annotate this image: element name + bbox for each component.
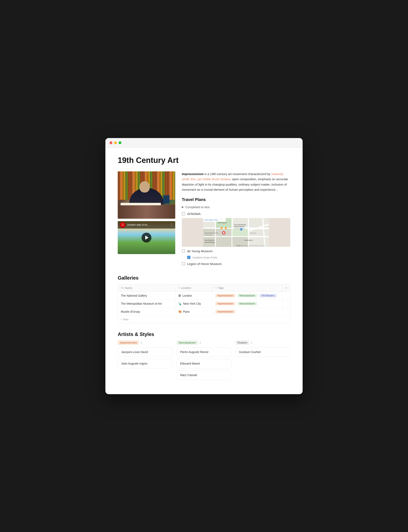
book	[163, 195, 170, 204]
board-card[interactable]: Édouard Manet	[177, 359, 231, 368]
todo-deyoung[interactable]: de Young Museum	[182, 248, 290, 254]
app-window: 19th Century Art	[105, 138, 303, 394]
svg-text:Clothing store: Clothing store	[205, 234, 213, 236]
toggle-list-item[interactable]: ▶ Completed to-dos	[182, 204, 290, 210]
board-count-realism: 1	[251, 341, 252, 344]
th-name-label: Name	[125, 286, 132, 289]
left-column: THENAT Another side of Im... ⋮	[118, 171, 175, 268]
checkbox-legion[interactable]	[182, 262, 185, 265]
board-card[interactable]: Gustave Courbet	[235, 347, 290, 357]
svg-text:Marriott Marqu...: Marriott Marqu...	[205, 241, 215, 243]
svg-text:The Contemporary: The Contemporary	[234, 224, 246, 226]
board-count-neoclassicism: 3	[199, 341, 201, 344]
svg-text:View larger map: View larger map	[204, 219, 218, 221]
add-new-label: + New	[121, 318, 128, 321]
location-2: New York City	[183, 302, 201, 305]
galleries-table: Aa Name ≡ Location ≡ Tags + The Nati	[118, 284, 290, 323]
checkbox-deyoung[interactable]	[182, 249, 185, 253]
impressionism-bold: Impressionism	[182, 172, 204, 176]
maximize-dot[interactable]	[119, 141, 121, 144]
board-tag-impressionism[interactable]: Impressionism	[118, 340, 139, 345]
description-part1: is a 19th-century art movement character…	[204, 172, 271, 176]
artists-board: Impressionism 2 Jacques-Louis David Jean…	[118, 340, 290, 382]
todo-golden-gate[interactable]: Golden Gate Park	[182, 255, 290, 260]
th-location-icon: ≡	[178, 286, 180, 289]
video-bar: THENAT Another side of Im... ⋮	[118, 221, 175, 229]
travel-plans-heading: Travel Plans	[182, 197, 290, 202]
svg-text:San Francisco: San Francisco	[205, 239, 214, 241]
td-location-2[interactable]: 🗽 New York City	[175, 300, 212, 308]
add-column-icon[interactable]: +	[286, 286, 287, 289]
table-header: Aa Name ≡ Location ≡ Tags +	[118, 284, 290, 292]
toggle-label: Completed to-dos	[185, 205, 210, 209]
tag-impressionism-1[interactable]: Impressionism	[215, 294, 235, 297]
td-name-2[interactable]: The Metropolitan Museum of Art	[118, 300, 175, 308]
svg-text:Ross Dress for Less: Ross Dress for Less	[205, 232, 218, 234]
td-location-3[interactable]: 🎨 Paris	[175, 308, 212, 316]
paper	[121, 203, 161, 205]
gallery-name-2: The Metropolitan Museum of Art	[121, 302, 162, 305]
page-title: 19th Century Art	[118, 156, 290, 165]
th-name-icon: Aa	[121, 286, 124, 289]
td-name-3[interactable]: Musée d'Orsay	[118, 308, 175, 316]
galleries-heading: Galleries	[118, 275, 290, 281]
tag-neoclassicism-2[interactable]: Neoclassicism	[237, 302, 257, 305]
td-action-3	[283, 308, 290, 316]
tag-old-masters-1[interactable]: Old Masters	[259, 294, 277, 297]
video-options-icon[interactable]: ⋮	[170, 223, 173, 227]
board-card[interactable]: Jean Auguste Ingres	[118, 359, 173, 368]
board-col-realism: Realism 1 Gustave Courbet	[235, 340, 290, 359]
td-action-2	[283, 300, 290, 308]
map-embed[interactable]: Ross Dress for Less Clothing store The C…	[182, 218, 290, 247]
svg-text:Map Data  Terms of Use  Report: Map Data Terms of Use Report a map error	[241, 245, 265, 246]
painting-scene	[118, 171, 175, 219]
add-new-row[interactable]: + New	[118, 316, 290, 323]
board-card[interactable]: Jacques-Louis David	[118, 347, 173, 357]
close-dot[interactable]	[110, 141, 112, 144]
td-tags-1[interactable]: Impressionism Neoclassicism Old Masters	[212, 292, 283, 300]
table-row: The National Gallery 🏛 London Impression…	[118, 292, 290, 300]
svg-text:Libeskind-designed...: Libeskind-designed...	[234, 228, 246, 229]
todo-sfmoma[interactable]: SFMOMA	[182, 211, 290, 216]
todo-golden-gate-label: Golden Gate Park	[193, 256, 217, 259]
board-tag-realism[interactable]: Realism	[235, 340, 249, 345]
svg-text:Mission St: Mission St	[250, 232, 256, 234]
location-flag-1: 🏛	[178, 294, 181, 297]
board-col-header-realism: Realism 1	[235, 340, 290, 345]
checkbox-sfmoma[interactable]	[182, 212, 185, 215]
svg-text:Jessie Square: Jessie Square	[218, 222, 227, 224]
td-location-1[interactable]: 🏛 London	[175, 292, 212, 300]
checkbox-golden-gate[interactable]	[187, 256, 190, 259]
figure-head	[139, 181, 150, 193]
right-column: Impressionism is a 19th-century art move…	[182, 171, 290, 268]
td-action-1	[283, 292, 290, 300]
minimize-dot[interactable]	[114, 141, 117, 144]
th-add[interactable]: +	[283, 284, 290, 292]
svg-rect-13	[216, 237, 231, 247]
td-name-1[interactable]: The National Gallery	[118, 292, 175, 300]
board-col-header-neoclassicism: Neoclassicism 3	[177, 340, 231, 345]
play-icon	[145, 236, 149, 240]
tag-neoclassicism-1[interactable]: Neoclassicism	[237, 294, 257, 297]
board-tag-neoclassicism[interactable]: Neoclassicism	[177, 340, 198, 345]
board-count-impressionism: 2	[141, 341, 142, 344]
table-row: The Metropolitan Museum of Art 🗽 New Yor…	[118, 300, 290, 308]
video-embed[interactable]: THENAT Another side of Im... ⋮	[118, 221, 175, 254]
todo-deyoung-label: de Young Museum	[187, 249, 213, 253]
board-card[interactable]: Mary Cassatt	[177, 370, 231, 380]
todo-legion[interactable]: Legion of Honor Museum	[182, 261, 290, 266]
svg-text:Jewish Museum: Jewish Museum	[234, 226, 244, 227]
board-col-neoclassicism: Neoclassicism 3 Pierre-Auguste Renoir Éd…	[177, 340, 231, 382]
th-location: ≡ Location	[175, 284, 212, 292]
tag-impressionism-3[interactable]: Impressionism	[215, 310, 235, 313]
td-tags-2[interactable]: Impressionism Neoclassicism	[212, 300, 283, 308]
svg-text:Google: Google	[236, 245, 241, 247]
gallery-name-1: The National Gallery	[121, 294, 147, 297]
th-tags-label: Tags	[218, 286, 223, 289]
play-button[interactable]	[142, 233, 151, 243]
board-card[interactable]: Pierre-Auguste Renoir	[177, 347, 231, 357]
tag-impressionism-2[interactable]: Impressionism	[215, 302, 235, 305]
video-title: Another side of Im...	[127, 223, 168, 226]
td-tags-3[interactable]: Impressionism	[212, 308, 283, 316]
location-1: London	[182, 294, 192, 297]
